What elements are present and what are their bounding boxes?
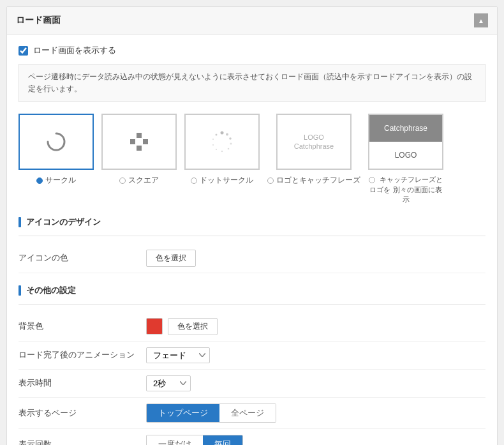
- circle-icon: [45, 130, 68, 153]
- display-time-control: 1秒 2秒 3秒 5秒: [146, 375, 191, 391]
- radio-logo-catch: [267, 177, 274, 184]
- catchphrase-label-top: Catchphrase: [294, 142, 334, 150]
- radio-split: [369, 177, 375, 183]
- panel-title: ロード画面: [16, 15, 61, 26]
- svg-point-8: [212, 139, 214, 140]
- bg-color-button[interactable]: 色を選択: [168, 318, 218, 335]
- display-time-label: 表示時間: [19, 377, 146, 389]
- style-label-dotcircle: ドットサークル: [191, 175, 253, 186]
- icon-color-control: 色を選択: [146, 250, 196, 267]
- radio-circle: [36, 177, 43, 184]
- dotcircle-icon: [208, 128, 236, 156]
- svg-point-0: [221, 132, 224, 135]
- load-screen-panel: ロード画面 ▲ ロード画面を表示する ページ遷移時にデータ読み込み中の状態が見え…: [6, 6, 498, 445]
- style-card-square: [101, 114, 177, 170]
- style-label-circle: サークル: [36, 175, 76, 186]
- svg-point-7: [212, 144, 214, 146]
- svg-point-2: [229, 138, 232, 140]
- svg-point-6: [216, 149, 217, 150]
- display-pages-label: 表示するページ: [19, 407, 146, 419]
- display-pages-toggle: トップページ 全ページ: [146, 404, 276, 423]
- svg-point-9: [216, 134, 218, 136]
- section-other-settings: その他の設定: [19, 285, 485, 296]
- icon-color-label: アイコンの色: [19, 252, 146, 264]
- bg-color-control: 色を選択: [146, 318, 218, 335]
- section-icon-design: アイコンのデザイン: [19, 216, 485, 228]
- style-card-circle: [19, 114, 94, 170]
- logo-label-top: LOGO: [304, 133, 324, 141]
- show-loadscreen-checkbox[interactable]: [19, 46, 28, 56]
- toggle-all-pages[interactable]: 全ページ: [219, 404, 276, 422]
- style-label-square: スクエア: [119, 175, 159, 186]
- toggle-every[interactable]: 毎回: [203, 435, 242, 445]
- divider-1: [19, 236, 485, 236]
- show-loadscreen-row: ロード画面を表示する: [19, 45, 485, 56]
- bg-color-swatch[interactable]: [146, 318, 163, 335]
- display-count-control: 一度だけ 毎回: [146, 435, 243, 445]
- split-bottom: LOGO: [369, 142, 442, 169]
- panel-toggle-button[interactable]: ▲: [474, 13, 488, 27]
- panel-header: ロード画面 ▲: [7, 7, 497, 34]
- panel-body: ロード画面を表示する ページ遷移時にデータ読み込み中の状態が見えないように表示さ…: [7, 34, 497, 445]
- svg-point-5: [221, 151, 223, 152]
- animation-select[interactable]: フェード スライド なし: [146, 347, 210, 363]
- display-count-label: 表示回数: [19, 439, 146, 445]
- animation-label: ロード完了後のアニメーション: [19, 349, 146, 361]
- display-pages-row: 表示するページ トップページ 全ページ: [19, 398, 485, 429]
- svg-point-1: [226, 133, 228, 136]
- display-pages-control: トップページ 全ページ: [146, 404, 276, 423]
- icon-color-button[interactable]: 色を選択: [146, 250, 196, 267]
- style-options-group: サークル スクエア: [19, 114, 485, 204]
- logo-catch-icon: LOGO Catchphrase: [294, 133, 334, 150]
- style-option-logo-catch[interactable]: LOGO Catchphrase ロゴとキャッチフレーズ: [267, 114, 360, 204]
- radio-dotcircle: [191, 177, 197, 184]
- style-option-square[interactable]: スクエア: [101, 114, 177, 204]
- style-option-circle[interactable]: サークル: [19, 114, 94, 204]
- toggle-top-page[interactable]: トップページ: [147, 404, 219, 422]
- style-option-split[interactable]: Catchphrase LOGO キャッチフレーズとロゴを 別々の画面に表示: [368, 114, 443, 204]
- style-card-logo-catch: LOGO Catchphrase: [276, 114, 352, 170]
- style-option-dotcircle[interactable]: ドットサークル: [184, 114, 260, 204]
- display-time-select[interactable]: 1秒 2秒 3秒 5秒: [146, 375, 191, 391]
- animation-row: ロード完了後のアニメーション フェード スライド なし: [19, 342, 485, 370]
- style-label-split: キャッチフレーズとロゴを 別々の画面に表示: [368, 175, 443, 204]
- display-time-row: 表示時間 1秒 2秒 3秒 5秒: [19, 370, 485, 398]
- radio-square: [119, 177, 126, 184]
- split-top: Catchphrase: [369, 115, 442, 142]
- style-label-logo-catch: ロゴとキャッチフレーズ: [267, 175, 360, 186]
- icon-color-row: アイコンの色 色を選択: [19, 244, 485, 273]
- show-loadscreen-label[interactable]: ロード画面を表示する: [33, 45, 116, 56]
- display-count-toggle: 一度だけ 毎回: [146, 435, 243, 445]
- info-box: ページ遷移時にデータ読み込み中の状態が見えないように表示させておくロード画面（読…: [19, 64, 485, 102]
- svg-point-4: [228, 148, 230, 150]
- divider-2: [19, 304, 485, 305]
- style-card-split: Catchphrase LOGO: [368, 114, 443, 170]
- square-icon: [130, 133, 148, 151]
- toggle-once[interactable]: 一度だけ: [147, 435, 203, 445]
- animation-control: フェード スライド なし: [146, 347, 210, 363]
- bg-color-row: 背景色 色を選択: [19, 312, 485, 342]
- style-card-dotcircle: [184, 114, 260, 170]
- svg-point-3: [230, 143, 232, 145]
- display-count-row: 表示回数 一度だけ 毎回: [19, 429, 485, 445]
- bg-color-label: 背景色: [19, 321, 146, 332]
